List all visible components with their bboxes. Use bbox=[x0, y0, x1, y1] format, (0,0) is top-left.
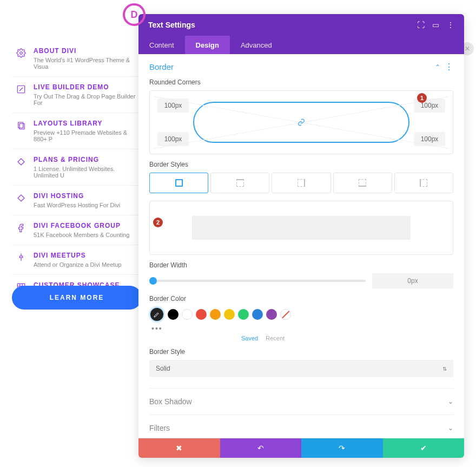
tab-content[interactable]: Content bbox=[138, 36, 185, 54]
border-style-all[interactable] bbox=[149, 173, 208, 193]
sidebar-item-pricing[interactable]: PLANS & PRICING1 License. Unlimited Webs… bbox=[12, 149, 142, 185]
swatch-orange[interactable] bbox=[210, 309, 221, 320]
swatch-white[interactable] bbox=[182, 309, 193, 320]
chevron-down-icon: ⌄ bbox=[448, 398, 453, 405]
menu-title: ABOUT DIVI bbox=[34, 47, 137, 55]
annotation-badge-2: 2 bbox=[153, 218, 163, 227]
corner-bottom-left-input[interactable] bbox=[157, 132, 189, 146]
save-button[interactable]: ✔ bbox=[383, 438, 465, 458]
modal-header: Text Settings ⛶ ▭ ⋮ bbox=[138, 14, 464, 36]
svg-rect-2 bbox=[18, 122, 23, 128]
color-tab-saved[interactable]: Saved bbox=[241, 335, 258, 341]
tag-icon bbox=[16, 193, 26, 203]
chevron-up-icon[interactable]: ⌃ bbox=[435, 63, 440, 71]
border-preview bbox=[149, 201, 453, 255]
link-icon[interactable] bbox=[298, 119, 305, 126]
pin-icon bbox=[16, 253, 26, 262]
more-icon[interactable]: ⋮ bbox=[447, 21, 454, 29]
cancel-button[interactable]: ✖ bbox=[138, 438, 220, 458]
section-filters[interactable]: Filters ⌄ bbox=[149, 415, 453, 438]
tab-design[interactable]: Design bbox=[185, 36, 230, 54]
border-style-left[interactable] bbox=[394, 173, 453, 193]
swatch-red[interactable] bbox=[196, 309, 207, 320]
modal-footer: ✖ ↶ ↷ ✔ bbox=[138, 438, 464, 458]
border-style-top[interactable] bbox=[210, 173, 269, 193]
border-style-right[interactable] bbox=[272, 173, 330, 193]
rounded-corners-control: 2 bbox=[149, 90, 453, 154]
sidebar-item-about[interactable]: ABOUT DIVIThe World's #1 WordPress Theme… bbox=[12, 41, 142, 76]
select-arrows-icon: ⇅ bbox=[442, 366, 447, 372]
corner-preview bbox=[193, 102, 409, 143]
border-color-label: Border Color bbox=[149, 295, 453, 302]
border-width-input[interactable] bbox=[372, 273, 453, 288]
sidebar-item-demo[interactable]: LIVE BUILDER DEMOTry Out The Drag & Drop… bbox=[12, 76, 142, 113]
swatch-green[interactable] bbox=[238, 309, 249, 320]
learn-more-button[interactable]: LEARN MORE bbox=[12, 286, 142, 310]
corner-top-left-input[interactable] bbox=[157, 98, 189, 113]
gear-icon bbox=[16, 48, 26, 58]
sidebar-item-facebook[interactable]: DIVI FACEBOOK GROUP51K Facebook Members … bbox=[12, 215, 142, 245]
menu-sub: The World's #1 WordPress Theme & Visua bbox=[34, 57, 137, 70]
color-swatches bbox=[149, 307, 291, 322]
swatch-black[interactable] bbox=[168, 309, 178, 320]
undo-button[interactable]: ↶ bbox=[220, 438, 302, 458]
expand-icon[interactable]: ⛶ bbox=[417, 21, 425, 29]
svg-point-0 bbox=[20, 52, 23, 55]
tab-advanced[interactable]: Advanced bbox=[230, 36, 283, 54]
border-styles-group bbox=[149, 173, 453, 193]
swatch-more-icon[interactable]: ••• bbox=[151, 324, 163, 333]
swatch-none[interactable] bbox=[280, 309, 291, 320]
modal-title: Text Settings bbox=[148, 21, 417, 29]
svg-rect-3 bbox=[19, 123, 24, 129]
swatch-yellow[interactable] bbox=[224, 309, 235, 320]
sidebar-item-layouts[interactable]: LAYOUTS LIBRARYPreview +110 Premade Webs… bbox=[12, 113, 142, 149]
swatch-purple[interactable] bbox=[266, 309, 277, 320]
section-box-shadow[interactable]: Box Shadow ⌄ bbox=[149, 388, 453, 415]
modal-body: 1 Border ⌃ ⋮ Rounded Corners 2 Border St… bbox=[138, 54, 464, 438]
color-tab-recent[interactable]: Recent bbox=[266, 335, 285, 341]
modal-tabs: Content Design Advanced bbox=[138, 36, 464, 54]
pencil-icon bbox=[16, 84, 26, 94]
color-picker-button[interactable] bbox=[149, 307, 164, 322]
settings-modal: Text Settings ⛶ ▭ ⋮ Content Design Advan… bbox=[138, 14, 464, 458]
annotation-badge-1: 1 bbox=[417, 93, 427, 103]
facebook-icon bbox=[16, 223, 26, 233]
responsive-icon[interactable]: ▭ bbox=[432, 21, 439, 29]
border-styles-label: Border Styles bbox=[149, 161, 453, 168]
border-width-label: Border Width bbox=[149, 261, 453, 269]
rounded-corners-label: Rounded Corners bbox=[149, 78, 453, 86]
border-style-bottom[interactable] bbox=[333, 173, 392, 193]
layers-icon bbox=[16, 121, 26, 130]
sidebar: ABOUT DIVIThe World's #1 WordPress Theme… bbox=[12, 41, 142, 304]
section-more-icon[interactable]: ⋮ bbox=[445, 62, 453, 72]
section-border-title[interactable]: Border bbox=[149, 62, 174, 71]
sidebar-item-hosting[interactable]: DIVI HOSTINGFast WordPress Hosting For D… bbox=[12, 185, 142, 215]
border-style-select[interactable]: Solid ⇅ bbox=[149, 360, 453, 377]
tag-icon bbox=[16, 157, 26, 167]
border-style-label: Border Style bbox=[149, 348, 453, 356]
corner-bottom-right-input[interactable] bbox=[414, 132, 445, 146]
swatch-blue[interactable] bbox=[252, 309, 263, 320]
redo-button[interactable]: ↷ bbox=[301, 438, 383, 458]
chevron-down-icon: ⌄ bbox=[448, 424, 453, 432]
border-width-slider[interactable] bbox=[149, 280, 366, 282]
divi-logo: D bbox=[123, 3, 146, 26]
sidebar-item-meetups[interactable]: DIVI MEETUPSAttend or Organize a Divi Me… bbox=[12, 245, 142, 274]
